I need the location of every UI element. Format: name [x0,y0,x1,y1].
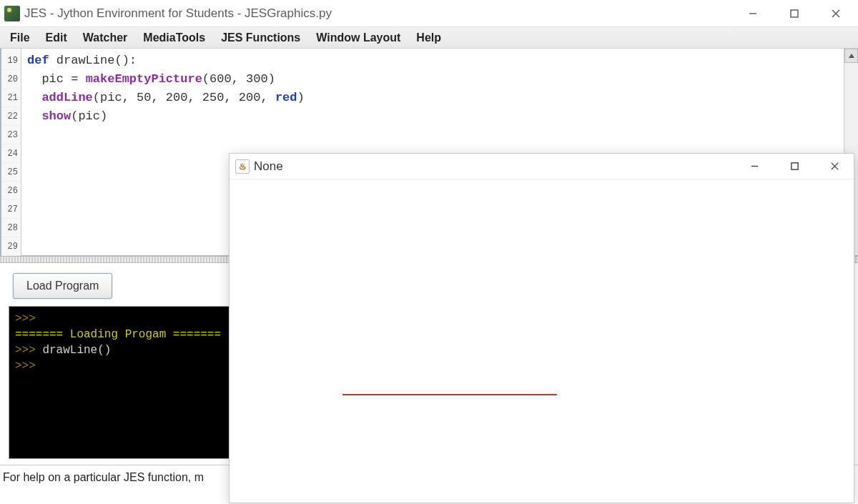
svg-rect-6 [791,163,797,169]
app-icon [4,6,20,21]
line-number: 22 [1,107,21,126]
line-number: 19 [1,51,21,70]
line-number: 24 [1,144,21,163]
code-line[interactable]: show(pic) [27,107,839,126]
minimize-button[interactable] [742,3,764,24]
line-number: 26 [1,182,21,200]
load-program-button[interactable]: Load Program [13,273,112,299]
menu-edit[interactable]: Edit [39,29,74,47]
line-number: 23 [1,126,21,144]
window-title: JES - Jython Environment for Students - … [24,6,742,21]
graphics-close-button[interactable] [824,156,845,177]
line-number: 27 [1,200,21,219]
graphics-minimize-button[interactable] [744,156,765,177]
line-number: 20 [1,70,21,89]
graphics-window-title: None [254,159,744,174]
svg-rect-1 [791,10,798,17]
line-number: 21 [1,89,21,107]
graphics-titlebar: ♨ None [230,154,854,179]
drawn-line [342,394,557,395]
svg-marker-4 [849,54,854,58]
line-number: 25 [1,163,21,182]
menu-file[interactable]: File [3,29,37,47]
graphics-window-controls [744,156,845,177]
java-icon: ♨ [235,159,250,174]
graphics-window[interactable]: ♨ None [229,153,854,503]
code-line[interactable]: def drawLine(): [27,51,839,70]
menu-mediatools[interactable]: MediaTools [136,29,212,47]
scroll-up-button[interactable] [844,49,858,63]
line-number-gutter: 1920212223242526272829 [0,49,21,255]
menu-window-layout[interactable]: Window Layout [309,29,408,47]
code-line[interactable]: addLine(pic, 50, 200, 250, 200, red) [27,89,839,107]
graphics-maximize-button[interactable] [784,156,805,177]
menu-help[interactable]: Help [409,29,448,47]
graphics-canvas [230,179,854,503]
main-titlebar: JES - Jython Environment for Students - … [0,0,858,27]
line-number: 29 [1,237,21,256]
menu-jes-functions[interactable]: JES Functions [214,29,307,47]
code-line[interactable]: pic = makeEmptyPicture(600, 300) [27,70,839,89]
window-controls [742,3,847,24]
menu-watcher[interactable]: Watcher [76,29,135,47]
line-number: 28 [1,219,21,237]
menubar: File Edit Watcher MediaTools JES Functio… [0,27,858,49]
close-button[interactable] [825,3,847,24]
maximize-button[interactable] [784,3,805,24]
